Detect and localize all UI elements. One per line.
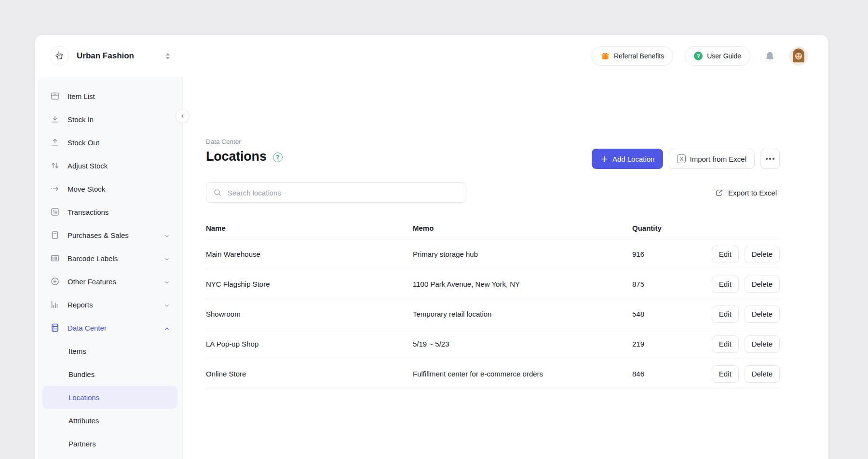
- cell-memo: 1100 Park Avenue, New York, NY: [413, 280, 632, 288]
- sidebar-subitem-bundles[interactable]: Bundles: [42, 362, 177, 386]
- bell-icon: [764, 51, 775, 62]
- gift-icon: [601, 52, 610, 60]
- header-right: Referral Benefits ? User Guide: [592, 46, 808, 66]
- notifications-bell-button[interactable]: [764, 51, 775, 62]
- sidebar-subitem-label: Bundles: [68, 370, 95, 378]
- cell-quantity: 219: [632, 340, 716, 348]
- edit-button[interactable]: Edit: [712, 246, 739, 263]
- cell-quantity: 548: [632, 310, 716, 318]
- export-to-excel-button[interactable]: Export to Excel: [712, 188, 780, 198]
- avatar[interactable]: [789, 46, 808, 66]
- chevron-down-icon: [163, 231, 171, 239]
- app-header: Urban Fashion Referral Benefits: [35, 35, 828, 77]
- tshirt-logo-icon: [50, 46, 69, 66]
- chevron-up-icon: [163, 324, 171, 332]
- sidebar-item-item-list[interactable]: Item List: [38, 84, 182, 108]
- sidebar-subitem-attributes[interactable]: Attributes: [42, 409, 177, 432]
- delete-button[interactable]: Delete: [745, 276, 780, 293]
- sidebar-item-data-center[interactable]: Data Center: [38, 316, 182, 339]
- sidebar-item-stock-out[interactable]: Stock Out: [38, 131, 182, 154]
- workspace-switcher[interactable]: Urban Fashion: [50, 46, 170, 66]
- user-guide-button[interactable]: ? User Guide: [685, 46, 750, 66]
- add-location-button[interactable]: Add Location: [592, 149, 664, 169]
- delete-button[interactable]: Delete: [745, 246, 780, 263]
- chevron-down-icon: [163, 254, 171, 262]
- table-row: NYC Flagship Store1100 Park Avenue, New …: [206, 269, 780, 299]
- sidebar-subitem-label: Locations: [68, 393, 99, 402]
- cell-quantity: 875: [632, 280, 716, 288]
- other-features-icon: [50, 277, 60, 286]
- breadcrumb: Data Center: [206, 138, 241, 145]
- sidebar-item-label: Stock Out: [68, 139, 99, 147]
- ellipsis-icon: [766, 158, 768, 160]
- table-body: Main WarehousePrimary storage hub916Edit…: [206, 239, 780, 389]
- move-stock-icon: [50, 184, 60, 194]
- reports-icon: [50, 300, 60, 309]
- column-header-quantity: Quantity: [632, 224, 716, 232]
- main-content: Data Center Locations ? Add Location X I…: [183, 77, 828, 459]
- page-title: Locations: [206, 149, 267, 164]
- delete-button[interactable]: Delete: [745, 306, 780, 323]
- delete-button[interactable]: Delete: [745, 365, 780, 383]
- sidebar-item-label: Reports: [68, 301, 93, 309]
- sidebar-subitem-locations[interactable]: Locations: [42, 386, 177, 409]
- help-icon[interactable]: ?: [273, 153, 283, 162]
- import-from-excel-button[interactable]: X Import from Excel: [669, 149, 755, 169]
- cell-memo: Primary storage hub: [413, 250, 632, 258]
- referral-benefits-button[interactable]: Referral Benefits: [592, 46, 673, 66]
- excel-file-icon: X: [677, 154, 686, 163]
- locations-table: Name Memo Quantity Main WarehousePrimary…: [206, 217, 780, 389]
- sidebar-subitem-partners[interactable]: Partners: [42, 432, 177, 455]
- table-row: Main WarehousePrimary storage hub916Edit…: [206, 239, 780, 269]
- column-header-memo: Memo: [413, 224, 632, 232]
- edit-button[interactable]: Edit: [712, 276, 739, 293]
- edit-button[interactable]: Edit: [712, 306, 739, 323]
- workspace-switcher-icon[interactable]: [166, 53, 170, 59]
- sidebar-item-reports[interactable]: Reports: [38, 293, 182, 316]
- table-row: ShowroomTemporary retail location548Edit…: [206, 299, 780, 329]
- chevron-left-icon: [179, 113, 186, 119]
- adjust-stock-icon: [50, 161, 60, 170]
- cell-memo: Fulfillment center for e-commerce orders: [413, 370, 632, 378]
- edit-button[interactable]: Edit: [712, 365, 739, 383]
- cell-memo: Temporary retail location: [413, 310, 632, 318]
- sidebar-item-other-features[interactable]: Other Features: [38, 270, 182, 293]
- workspace-name: Urban Fashion: [77, 51, 134, 61]
- sidebar-item-label: Item List: [68, 92, 95, 100]
- sidebar-item-purchases-sales[interactable]: Purchases & Sales: [38, 223, 182, 247]
- sidebar-item-barcode-labels[interactable]: Barcode Labels: [38, 247, 182, 270]
- delete-button[interactable]: Delete: [745, 335, 780, 353]
- more-options-button[interactable]: [760, 149, 780, 169]
- sidebar-item-label: Purchases & Sales: [68, 231, 129, 239]
- sidebar-item-transactions[interactable]: Transactions: [38, 200, 182, 223]
- sidebar-item-stock-in[interactable]: Stock In: [38, 108, 182, 131]
- column-header-name: Name: [206, 224, 413, 232]
- data-center-icon: [50, 323, 60, 333]
- cell-name: NYC Flagship Store: [206, 280, 413, 288]
- chevron-down-icon: [163, 301, 171, 308]
- sidebar: Item ListStock InStock OutAdjust StockMo…: [38, 77, 183, 459]
- stock-in-icon: [50, 114, 60, 124]
- cell-memo: 5/19 ~ 5/23: [413, 340, 632, 348]
- cell-quantity: 846: [632, 370, 716, 378]
- item-list-icon: [50, 91, 60, 101]
- sidebar-item-adjust-stock[interactable]: Adjust Stock: [38, 154, 182, 177]
- cell-quantity: 916: [632, 250, 716, 258]
- chevron-down-icon: [163, 278, 171, 285]
- sidebar-item-label: Other Features: [68, 278, 116, 286]
- search-input[interactable]: [227, 188, 459, 197]
- transactions-icon: [50, 207, 60, 217]
- sidebar-item-move-stock[interactable]: Move Stock: [38, 177, 182, 200]
- collapse-sidebar-button[interactable]: [176, 109, 190, 123]
- sidebar-nav: Item ListStock InStock OutAdjust StockMo…: [38, 84, 182, 455]
- cell-name: Showroom: [206, 310, 413, 318]
- stock-out-icon: [50, 138, 60, 147]
- search-box[interactable]: [206, 182, 466, 203]
- sidebar-subitem-items[interactable]: Items: [42, 339, 177, 362]
- barcode-labels-icon: [50, 253, 60, 263]
- sidebar-item-label: Stock In: [68, 115, 94, 124]
- cell-name: Online Store: [206, 370, 413, 378]
- sidebar-subitem-label: Items: [68, 347, 86, 355]
- edit-button[interactable]: Edit: [712, 335, 739, 353]
- sidebar-item-label: Adjust Stock: [68, 162, 108, 170]
